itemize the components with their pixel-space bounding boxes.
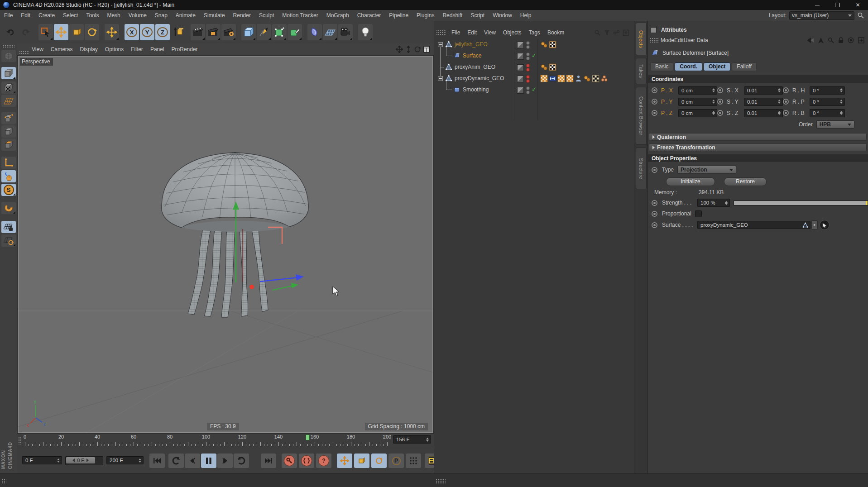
object-row-proxyanim_geo[interactable]: proxyAnim_GEO [434, 62, 634, 73]
menu-motion-tracker[interactable]: Motion Tracker [278, 10, 322, 21]
visibility-dot[interactable] [526, 57, 530, 60]
record-keyframe-button[interactable] [282, 454, 297, 468]
spinner-icon[interactable] [424, 438, 429, 442]
menu-script[interactable]: Script [466, 10, 489, 21]
bottom-grip[interactable] [2, 478, 6, 484]
viewport-menu-prorender[interactable]: ProRender [168, 46, 201, 53]
spline-pen-button[interactable] [257, 24, 271, 40]
key-position-toggle[interactable] [337, 454, 352, 468]
keyframe-circle[interactable] [652, 110, 657, 116]
maximize-button[interactable] [827, 0, 848, 10]
undo-button[interactable] [3, 24, 18, 40]
menu-help[interactable]: Help [516, 10, 536, 21]
frame-slider[interactable]: 0 F [65, 456, 103, 465]
keyframe-circle[interactable] [783, 110, 789, 116]
null-object-icon[interactable] [445, 63, 452, 71]
object-row-surface[interactable]: Surface✓ [434, 50, 634, 62]
workplane-align-button[interactable] [1, 234, 16, 247]
menu-volume[interactable]: Volume [125, 10, 151, 21]
object-name[interactable]: Smoothing [463, 86, 489, 93]
attr-menu-mode[interactable]: Mode [661, 37, 674, 43]
object-properties-section-header[interactable]: Object Properties [648, 154, 868, 162]
strength-field[interactable]: 100 % [697, 199, 730, 207]
coord-field[interactable]: 0.01 [744, 86, 783, 95]
enabled-check-icon[interactable]: ✓ [532, 52, 537, 59]
keyframe-circle[interactable] [652, 99, 657, 105]
next-frame-button[interactable] [217, 454, 233, 468]
attr-menu-user-data[interactable]: User Data [684, 37, 708, 43]
camera-dolly-icon[interactable] [404, 45, 413, 53]
render-settings-button[interactable] [221, 24, 236, 40]
light-button[interactable] [358, 24, 373, 40]
search-icon[interactable] [857, 12, 864, 19]
keyframe-circle[interactable] [783, 99, 789, 105]
visibility-dot[interactable] [526, 45, 530, 49]
lock-z-axis-button[interactable]: Z [155, 24, 170, 40]
spinner-icon[interactable] [838, 88, 843, 92]
menu-render[interactable]: Render [229, 10, 255, 21]
object-manager-grip[interactable] [436, 30, 446, 35]
menu-pipeline[interactable]: Pipeline [385, 10, 412, 21]
coord-field[interactable]: 0 cm [678, 109, 717, 117]
menu-redshift[interactable]: Redshift [438, 10, 466, 21]
spinner-icon[interactable] [55, 458, 60, 463]
pause-button[interactable] [201, 454, 216, 468]
viewport-menu-panel[interactable]: Panel [147, 46, 168, 53]
menu-tools[interactable]: Tools [82, 10, 103, 21]
keyframe-circle[interactable] [717, 87, 723, 93]
spinner-icon[interactable] [838, 111, 843, 115]
new-panel-icon[interactable] [858, 37, 864, 43]
coord-field[interactable]: 0 ° [810, 86, 845, 95]
tab-object[interactable]: Object [704, 62, 730, 71]
keyframe-selection-button[interactable]: ? [316, 454, 331, 468]
coord-field[interactable]: 0.01 [744, 109, 783, 117]
tag-texture-icon[interactable] [549, 41, 556, 48]
menu-create[interactable]: Create [34, 10, 59, 21]
menu-simulate[interactable]: Simulate [200, 10, 229, 21]
lock-x-axis-button[interactable]: X [125, 24, 139, 40]
tag-texture-bw-icon[interactable] [592, 75, 599, 82]
layout-dropdown[interactable]: vs_main (User) [789, 11, 854, 20]
render-to-picture-viewer-button[interactable] [206, 24, 221, 40]
om-menu-objects[interactable]: Objects [499, 29, 525, 36]
spinner-icon[interactable] [710, 111, 715, 115]
tag-checker-icon[interactable] [566, 75, 574, 82]
pick-object-button[interactable] [820, 220, 830, 230]
viewport-menu-cameras[interactable]: Cameras [47, 46, 77, 53]
order-dropdown[interactable]: HPB [816, 120, 854, 129]
key-scale-toggle[interactable] [354, 454, 369, 468]
spinner-icon[interactable] [710, 88, 715, 92]
object-name[interactable]: Surface [463, 53, 481, 59]
proportional-checkbox[interactable] [695, 210, 702, 217]
menu-mesh[interactable]: Mesh [103, 10, 124, 21]
visibility-dot[interactable] [526, 53, 530, 56]
tag-phong-icon[interactable] [583, 75, 591, 82]
type-dropdown[interactable]: Projection [677, 166, 736, 174]
tag-phong-icon[interactable] [540, 41, 548, 48]
menu-plugins[interactable]: Plugins [412, 10, 438, 21]
strength-slider[interactable] [734, 201, 868, 205]
viewport-solo-icon[interactable] [1, 50, 16, 62]
camera-orbit-icon[interactable] [413, 45, 422, 53]
viewport-menu-options[interactable]: Options [101, 46, 127, 53]
initialize-button[interactable]: Initialize [666, 177, 715, 186]
workplane-mode-button[interactable] [1, 95, 16, 107]
om-menu-bookm[interactable]: Bookm [544, 29, 568, 36]
tab-falloff[interactable]: Falloff [732, 62, 756, 71]
palette-grip[interactable] [3, 44, 14, 48]
model-mode-button[interactable] [1, 67, 16, 79]
rotate-tool[interactable] [85, 24, 99, 40]
spinner-icon[interactable] [710, 100, 715, 104]
expander-minus[interactable] [438, 76, 443, 81]
autokeying-button[interactable] [299, 454, 314, 468]
viewport-menu-view[interactable]: View [28, 46, 47, 53]
tag-person-icon[interactable] [575, 75, 582, 82]
spinner-icon[interactable] [723, 201, 728, 205]
tab-basic[interactable]: Basic [650, 62, 673, 71]
field-spline-button[interactable] [307, 24, 322, 40]
camera-button[interactable] [338, 24, 353, 40]
keyframe-circle[interactable] [717, 99, 723, 105]
toggle-view-icon[interactable] [422, 45, 431, 53]
polygons-mode-button[interactable] [1, 138, 16, 151]
workplane-lock-button[interactable] [1, 221, 16, 233]
